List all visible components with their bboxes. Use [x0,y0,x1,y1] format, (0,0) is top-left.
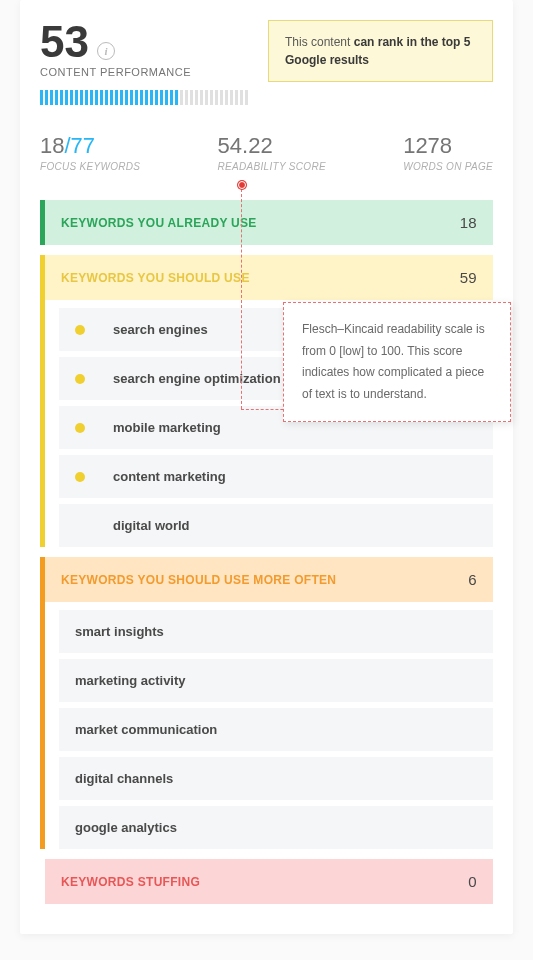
progress-bar-tick [210,90,213,105]
readability-label: READABILITY SCORE [218,161,326,172]
section-title: KEYWORDS STUFFING [61,875,200,889]
section-count: 6 [468,571,477,588]
progress-bar-tick [40,90,43,105]
section-stuffing[interactable]: KEYWORDS STUFFING 0 [40,859,493,904]
focus-keywords-current: 18 [40,133,64,158]
progress-bar-tick [240,90,243,105]
progress-bar-tick [60,90,63,105]
progress-bar-tick [85,90,88,105]
keyword-text: digital channels [75,771,173,786]
progress-bar-tick [160,90,163,105]
progress-bar-tick [225,90,228,105]
progress-bar-tick [245,90,248,105]
performance-label: CONTENT PERFORMANCE [40,66,191,78]
readability-dot-marker [238,181,246,189]
metrics-wrap: 18/77 FOCUS KEYWORDS 54.22 READABILITY S… [40,133,493,172]
progress-bars [40,90,493,105]
content-performance-panel: 53 i CONTENT PERFORMANCE This content ca… [20,0,513,934]
section-title: KEYWORDS YOU ALREADY USE [61,216,257,230]
connector-line-vertical [241,189,242,409]
focus-keywords-label: FOCUS KEYWORDS [40,161,140,172]
section-more-often[interactable]: KEYWORDS YOU SHOULD USE MORE OFTEN 6 sma… [40,557,493,849]
performance-score: 53 [40,20,89,64]
section-title: KEYWORDS YOU SHOULD USE MORE OFTEN [61,573,336,587]
progress-bar-tick [235,90,238,105]
progress-bar-tick [65,90,68,105]
section-count: 18 [460,214,477,231]
score-block: 53 i CONTENT PERFORMANCE [40,20,191,78]
progress-bar-tick [135,90,138,105]
progress-bar-tick [100,90,103,105]
progress-bar-tick [110,90,113,105]
progress-bar-tick [145,90,148,105]
progress-bar-tick [185,90,188,105]
progress-bar-tick [120,90,123,105]
priority-dot-icon [75,423,85,433]
priority-dot-icon [75,325,85,335]
section-count: 59 [460,269,477,286]
focus-keywords-total: 77 [71,133,95,158]
metrics-row: 18/77 FOCUS KEYWORDS 54.22 READABILITY S… [40,133,493,172]
rank-message-box: This content can rank in the top 5 Googl… [268,20,493,82]
progress-bar-tick [180,90,183,105]
section-count: 0 [468,873,477,890]
progress-bar-tick [190,90,193,105]
keyword-item[interactable]: market communication [59,708,493,751]
keyword-text: content marketing [113,469,226,484]
keyword-text: market communication [75,722,217,737]
progress-bar-tick [165,90,168,105]
priority-dot-icon [75,472,85,482]
keyword-text: smart insights [75,624,164,639]
progress-bar-tick [50,90,53,105]
progress-bar-tick [155,90,158,105]
header-row: 53 i CONTENT PERFORMANCE This content ca… [40,20,493,82]
section-already-use[interactable]: KEYWORDS YOU ALREADY USE 18 [40,200,493,245]
progress-bar-tick [90,90,93,105]
metric-focus-keywords: 18/77 FOCUS KEYWORDS [40,133,140,172]
more-often-items: smart insightsmarketing activitymarket c… [45,602,493,849]
progress-bar-tick [75,90,78,105]
keyword-item[interactable]: content marketing [59,455,493,498]
progress-bar-tick [150,90,153,105]
readability-value: 54.22 [218,133,326,159]
progress-bar-tick [205,90,208,105]
keyword-text: digital world [113,518,190,533]
metric-words: 1278 WORDS ON PAGE [403,133,493,172]
keyword-item[interactable]: smart insights [59,610,493,653]
progress-bar-tick [130,90,133,105]
words-value: 1278 [403,133,493,159]
progress-bar-tick [80,90,83,105]
keyword-item[interactable]: digital world [59,504,493,547]
progress-bar-tick [55,90,58,105]
priority-dot-icon [75,374,85,384]
progress-bar-tick [230,90,233,105]
keyword-text: search engine optimization [113,371,281,386]
progress-bar-tick [115,90,118,105]
progress-bar-tick [95,90,98,105]
progress-bar-tick [215,90,218,105]
info-icon[interactable]: i [97,42,115,60]
progress-bar-tick [70,90,73,105]
readability-tooltip: Flesch–Kincaid readability scale is from… [283,302,511,422]
section-title: KEYWORDS YOU SHOULD USE [61,271,250,285]
progress-bar-tick [125,90,128,105]
rank-message-pre: This content [285,35,354,49]
metric-readability: 54.22 READABILITY SCORE [218,133,326,172]
keyword-text: marketing activity [75,673,186,688]
words-label: WORDS ON PAGE [403,161,493,172]
progress-bar-tick [170,90,173,105]
progress-bar-tick [105,90,108,105]
progress-bar-tick [45,90,48,105]
progress-bar-tick [200,90,203,105]
keyword-item[interactable]: marketing activity [59,659,493,702]
keyword-item[interactable]: digital channels [59,757,493,800]
keyword-text: mobile marketing [113,420,221,435]
progress-bar-tick [140,90,143,105]
keyword-text: google analytics [75,820,177,835]
progress-bar-tick [220,90,223,105]
keyword-item[interactable]: google analytics [59,806,493,849]
progress-bar-tick [175,90,178,105]
progress-bar-tick [195,90,198,105]
keyword-text: search engines [113,322,208,337]
